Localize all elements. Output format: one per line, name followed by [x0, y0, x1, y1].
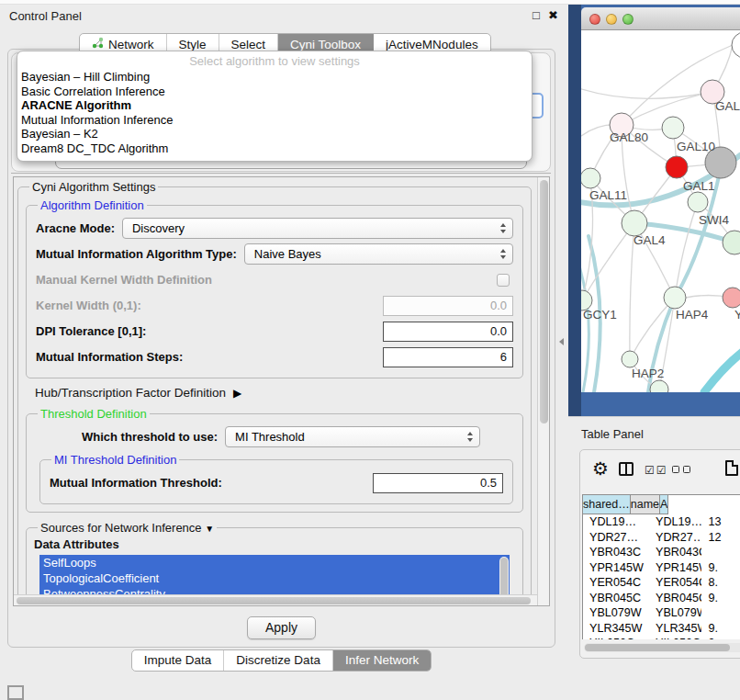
table-row[interactable]: YER054C YER054C 8. — [583, 575, 740, 591]
cell-shared-name[interactable]: YLR345W — [583, 621, 649, 637]
table-row[interactable]: YDL19… YDL19… 13 — [583, 514, 740, 530]
cell-shared-name[interactable]: YDL19… — [583, 514, 649, 530]
close-traffic-light[interactable] — [589, 14, 600, 25]
cell-shared-name[interactable]: YBR043C — [583, 545, 649, 560]
cell-name[interactable]: YLR345W — [649, 621, 701, 637]
attribute-item[interactable]: SelfLoops — [39, 555, 510, 570]
splitter-collapse-handle[interactable] — [559, 338, 564, 345]
network-node-ypink[interactable] — [723, 288, 740, 308]
cell-value[interactable]: 8. — [701, 575, 740, 591]
network-node-right-green[interactable] — [723, 231, 740, 254]
kernel-width-input[interactable]: 0.0 — [383, 296, 513, 316]
cell-name[interactable]: YDL19… — [649, 514, 701, 530]
network-node-gal11[interactable] — [581, 168, 600, 188]
network-view-window: GALGAL80GAL10GAL1GAL11SWI4GAL4GCY1HAP4YH… — [581, 7, 740, 392]
cell-value[interactable]: 9 — [701, 636, 740, 639]
network-node-gal4[interactable] — [622, 210, 647, 236]
aracne-mode-combo[interactable]: Discovery — [122, 218, 513, 239]
gear-icon[interactable]: ⚙ — [592, 459, 609, 478]
network-node-gal10[interactable] — [662, 117, 684, 139]
cell-name[interactable]: YDR27… — [649, 530, 701, 546]
cell-name[interactable]: YIL052C — [649, 636, 701, 639]
cell-value[interactable] — [701, 605, 740, 621]
cell-name[interactable]: YER054C — [649, 575, 701, 591]
mi-steps-input[interactable]: 6 — [383, 347, 513, 367]
network-canvas[interactable]: GALGAL80GAL10GAL1GAL11SWI4GAL4GCY1HAP4YH… — [581, 30, 740, 392]
table-column-header[interactable]: name — [631, 495, 660, 514]
node-table: shared… name A YDL19… YDL19… 13 YDR27… — [582, 494, 740, 639]
manual-kernel-checkbox[interactable] — [497, 274, 510, 287]
minimized-panel-icon[interactable] — [7, 685, 24, 700]
chevron-down-icon[interactable]: ▼ — [205, 524, 214, 534]
zoom-traffic-light[interactable] — [622, 14, 633, 25]
table-row[interactable]: YIL052C YIL052C 9 — [583, 636, 740, 639]
cell-name[interactable]: YPR145W — [649, 560, 701, 576]
network-node-gal1[interactable] — [666, 156, 688, 178]
cell-shared-name[interactable]: YDR27… — [583, 530, 649, 546]
dropdown-item[interactable]: Basic Correlation Inference — [17, 85, 532, 99]
file-icon[interactable] — [725, 460, 738, 476]
table-row[interactable]: YDR27… YDR27… 12 — [583, 530, 740, 546]
network-node-top-partial[interactable] — [732, 32, 740, 58]
close-icon[interactable]: ✖ — [548, 8, 558, 22]
dropdown-item[interactable]: ARACNE Algorithm — [17, 98, 532, 113]
cyni-bottom-tab[interactable]: Infer Network — [333, 650, 431, 671]
table-panel-title: Table Panel — [581, 427, 644, 441]
tab-label: Impute Data — [144, 653, 212, 667]
cell-name[interactable]: YBR043C — [649, 545, 701, 560]
cell-value[interactable]: 12 — [701, 530, 740, 546]
control-panel-titlebar[interactable]: Control Panel □ ✖ — [0, 5, 563, 28]
float-icon[interactable]: □ — [533, 8, 540, 22]
table-column-header[interactable]: shared… — [583, 495, 631, 514]
attribute-item[interactable]: TopologicalCoefficient — [39, 570, 510, 586]
network-node-bottom-green[interactable] — [650, 380, 668, 392]
dropdown-item[interactable]: Bayesian – Hill Climbing — [17, 70, 532, 85]
cell-value[interactable]: 9. — [701, 560, 740, 576]
which-threshold-combo[interactable]: MI Threshold — [225, 426, 480, 447]
dropdown-item[interactable]: Mutual Information Inference — [17, 113, 532, 128]
cell-value[interactable]: 9. — [701, 621, 740, 637]
cell-shared-name[interactable]: YER054C — [583, 575, 649, 591]
network-node-hap4[interactable] — [664, 287, 686, 309]
cell-value[interactable]: 13 — [701, 514, 740, 530]
cyni-bottom-tab[interactable]: Discretize Data — [224, 650, 333, 671]
cell-shared-name[interactable]: YPR145W — [583, 560, 649, 576]
dropdown-item[interactable]: Dream8 DC_TDC Algorithm — [17, 141, 532, 156]
cell-value[interactable] — [701, 545, 740, 560]
mi-type-combo[interactable]: Naive Bayes — [244, 243, 513, 265]
table-row[interactable]: YPR145W YPR145W 9. — [583, 560, 740, 576]
mi-threshold-input[interactable]: 0.5 — [373, 473, 503, 493]
network-node-hap2[interactable] — [622, 351, 638, 367]
network-node-swi4[interactable] — [688, 192, 708, 212]
unchecked-boxes-icon[interactable] — [672, 466, 690, 473]
data-attributes-label: Data Attributes — [34, 537, 515, 551]
table-horizontal-scrollbar[interactable] — [584, 643, 740, 652]
table-row[interactable]: YBR043C YBR043C — [583, 545, 740, 560]
hub-definition-toggle[interactable]: Hub/Transcription Factor Definition ▶ — [35, 386, 523, 400]
table-row[interactable]: YBR045C YBR045C 9. — [583, 591, 740, 606]
settings-horizontal-scrollbar[interactable] — [14, 594, 537, 605]
network-edge[interactable] — [704, 346, 740, 392]
network-node-label: GCY1 — [583, 308, 617, 322]
network-edge[interactable] — [675, 202, 698, 298]
cell-value[interactable]: 9. — [701, 591, 740, 606]
apply-button[interactable]: Apply — [247, 616, 316, 639]
columns-icon[interactable] — [619, 462, 633, 476]
checked-boxes-icon[interactable]: ☑☑ — [645, 464, 668, 477]
cell-shared-name[interactable]: YIL052C — [583, 636, 649, 639]
minimize-traffic-light[interactable] — [606, 14, 617, 25]
cell-name[interactable]: YBR045C — [649, 591, 701, 606]
cell-shared-name[interactable]: YBL079W — [583, 605, 649, 621]
network-window-titlebar[interactable] — [581, 7, 740, 30]
network-node-label: GAL10 — [677, 140, 715, 153]
table-row[interactable]: YBL079W YBL079W — [583, 605, 740, 621]
table-column-header[interactable]: A — [660, 495, 668, 514]
cell-name[interactable]: YBL079W — [649, 605, 701, 621]
cyni-bottom-tab[interactable]: Impute Data — [132, 650, 225, 671]
cell-shared-name[interactable]: YBR045C — [583, 591, 649, 606]
dropdown-item[interactable]: Bayesian – K2 — [17, 127, 532, 141]
dpi-tolerance-input[interactable]: 0.0 — [383, 322, 513, 342]
tab-label: jActiveMNodules — [386, 38, 478, 51]
settings-vertical-scrollbar[interactable] — [537, 177, 549, 605]
table-row[interactable]: YLR345W YLR345W 9. — [583, 621, 740, 637]
